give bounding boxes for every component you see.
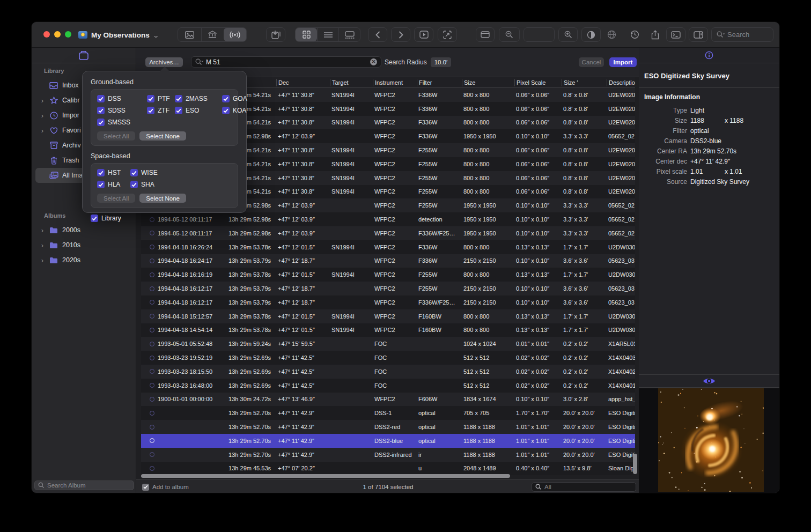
column-header-descriptio[interactable]: Descriptio [607,79,635,86]
ground-checkbox-item-koa[interactable]: KOA [222,107,247,114]
column-header-instrument[interactable]: Instrument [373,79,417,86]
back-button[interactable] [368,27,387,42]
checkbox-checked-icon[interactable] [147,95,154,102]
eye-icon[interactable] [703,377,716,385]
table-row[interactable]: 1900-01-01 00:00:0013h 30m 24.72s+47° 13… [141,393,635,407]
row-select-cell[interactable] [141,300,156,305]
object-search-input[interactable] [206,58,367,66]
selection-circle-icon[interactable] [150,411,154,416]
grid-view-button[interactable] [296,28,317,41]
table-row[interactable]: 1994-04-18 16:12:1713h 29m 53.79s+47° 12… [141,295,635,309]
album-search-field[interactable]: Search Album [34,481,134,490]
row-select-cell[interactable] [141,466,156,471]
row-select-cell[interactable] [141,383,156,388]
selection-circle-icon[interactable] [150,425,154,430]
selection-circle-icon[interactable] [150,245,154,249]
selection-circle-icon[interactable] [150,342,154,346]
space-checkbox-item-wise[interactable]: WISE [130,169,183,176]
library-checkbox[interactable] [91,215,98,222]
selection-circle-icon[interactable] [150,272,154,277]
row-select-cell[interactable] [141,314,156,319]
search-radius-value[interactable]: 10.0′ [431,57,451,67]
checkbox-checked-icon[interactable] [175,95,182,102]
window-panel-button[interactable] [476,27,495,42]
selection-circle-icon[interactable] [150,286,154,291]
row-select-cell[interactable] [141,258,156,263]
ground-checkbox-item-smsss[interactable]: SMSSS [97,119,147,126]
selection-circle-icon[interactable] [150,231,154,235]
table-row[interactable]: 13h 29m 52.70s+47° 11′ 42.9″DSS2-redopti… [141,420,635,434]
checkbox-checked-icon[interactable] [130,181,138,188]
row-select-cell[interactable] [141,369,156,374]
space-select-all-button[interactable]: Select All [97,194,135,203]
table-row[interactable]: 1994-04-18 16:24:1713h 29m 53.79s+47° 12… [141,254,635,268]
gallery-view-button[interactable] [338,28,360,41]
terminal-button[interactable] [666,27,685,42]
minimize-window-button[interactable] [54,31,61,38]
status-filter-field[interactable]: All [532,482,636,492]
row-select-cell[interactable] [141,452,156,457]
forward-button[interactable] [391,27,410,42]
row-select-cell[interactable] [141,328,156,332]
table-row[interactable]: 1993-03-23 16:48:0013h 29m 52.69s+47° 11… [141,379,635,393]
ground-checkbox-item-ztf[interactable]: ZTF [147,107,175,114]
disclosure-chevron-icon[interactable]: › [38,256,47,264]
ground-checkbox-item-ptf[interactable]: PTF [147,95,175,102]
ground-checkbox-item-sdss[interactable]: SDSS [97,107,147,114]
cancel-button[interactable]: Cancel [579,57,604,67]
object-search-field[interactable]: ✕ [191,56,381,68]
table-row[interactable]: 1994-04-18 14:54:1413h 29m 53.78s+47° 12… [141,323,635,337]
globe-button[interactable] [602,27,621,42]
space-select-none-button[interactable]: Select None [139,194,186,203]
row-select-cell[interactable] [141,411,156,416]
row-select-cell[interactable] [141,425,156,430]
table-row[interactable]: 13h 29m 52.70s+47° 11′ 42.9″DSS-1optical… [141,406,635,420]
album-item-2000s[interactable]: ›2000s [35,223,132,238]
history-button[interactable] [625,27,644,42]
zoom-level-field[interactable] [524,27,555,42]
row-select-cell[interactable] [141,286,156,291]
share-button[interactable] [646,27,665,42]
selection-circle-icon[interactable] [150,438,154,443]
table-row[interactable]: 1994-04-18 16:12:1713h 29m 53.79s+47° 12… [141,282,635,295]
disclosure-chevron-icon[interactable]: › [38,127,47,135]
selection-circle-icon[interactable] [150,466,154,471]
row-select-cell[interactable] [141,272,156,277]
import-button[interactable]: Import [609,57,637,67]
list-view-button[interactable] [317,28,338,41]
selection-circle-icon[interactable] [150,300,154,305]
table-row[interactable]: 1993-03-23 19:52:1913h 29m 52.69s+47° 11… [141,351,635,365]
table-row[interactable]: 1994-04-18 16:26:2413h 29m 53.78s+47° 12… [141,240,635,254]
selection-circle-icon[interactable] [150,314,154,319]
ground-checkbox-item-goa[interactable]: GOA [222,95,247,102]
checkbox-checked-icon[interactable] [97,169,105,176]
table-row[interactable]: 1993-05-01 05:52:4813h 29m 59.24s+47° 15… [141,337,635,351]
row-select-cell[interactable] [141,397,156,402]
checkbox-checked-icon[interactable] [130,169,138,176]
chevron-down-icon[interactable]: ⌄ [152,32,159,39]
window-title-group[interactable]: My Observations ⌄ [78,22,158,48]
checkbox-checked-icon[interactable] [97,181,105,188]
ground-select-all-button[interactable]: Select All [97,131,135,141]
checkbox-checked-icon[interactable] [222,107,230,114]
space-checkbox-item-sha[interactable]: SHA [130,181,183,188]
checkbox-checked-icon[interactable] [97,95,105,102]
table-row[interactable]: 13h 29m 52.70s+47° 11′ 42.9″DSS2-infrare… [141,448,635,462]
disclosure-chevron-icon[interactable]: › [38,226,47,234]
table-row[interactable]: 13h 29m 45.53s+47° 07′ 20.2″u2048 x 1489… [141,462,635,476]
galaxy-preview-image[interactable] [658,388,764,492]
selection-circle-icon[interactable] [150,383,154,388]
checkbox-checked-icon[interactable] [97,107,105,114]
table-row[interactable]: 13h 29m 52.70s+47° 11′ 42.9″DSS2-blueopt… [141,434,635,448]
slideshow-button[interactable] [414,27,433,42]
row-select-cell[interactable] [141,438,156,443]
column-header-dec[interactable]: Dec [276,79,330,86]
disclosure-chevron-icon[interactable]: › [38,112,47,120]
row-select-cell[interactable] [141,245,156,249]
selection-circle-icon[interactable] [150,258,154,263]
archive-museum-button[interactable] [201,28,224,41]
contrast-button[interactable] [581,27,601,42]
inspector-toggle-button[interactable] [689,27,708,42]
zoom-out-button[interactable] [499,27,520,42]
column-header-size[interactable]: Size ′ [562,79,607,86]
